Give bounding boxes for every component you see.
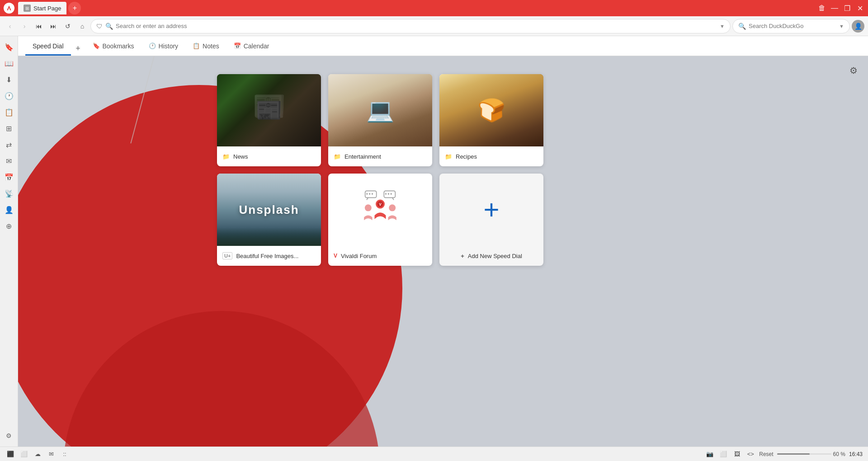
close-button[interactable]: ✕ xyxy=(855,4,864,13)
sidebar-item-calendar[interactable]: 📅 xyxy=(2,170,16,184)
sidebar-item-bookmarks[interactable]: 🔖 xyxy=(2,40,16,54)
svg-point-9 xyxy=(365,204,372,211)
minimize-button[interactable]: — xyxy=(830,4,839,13)
entertainment-label-text: Entertainment xyxy=(344,153,381,160)
speed-dial-grid: 📰 📁 News 💻 📁 xyxy=(18,56,868,266)
sidebar-item-feeds[interactable]: 📡 xyxy=(2,186,16,201)
dial-card-add-new[interactable]: + + Add New Speed Dial xyxy=(439,174,543,266)
status-camera-icon[interactable]: 📷 xyxy=(705,449,715,459)
add-new-label-text: Add New Speed Dial xyxy=(468,253,522,259)
dropdown-icon[interactable]: ▼ xyxy=(720,24,725,29)
tab-speed-dial[interactable]: Speed Dial xyxy=(25,38,71,56)
tab-navigation-bar: Speed Dial + 🔖 Bookmarks 🕐 History 📋 Not… xyxy=(18,36,868,56)
svg-point-6 xyxy=(385,193,387,194)
shield-icon: 🛡 xyxy=(96,23,103,30)
bookmarks-tab-icon: 🔖 xyxy=(93,42,100,49)
svg-point-7 xyxy=(388,193,389,194)
search-dropdown-icon[interactable]: ▼ xyxy=(839,24,844,29)
window-controls: 🗑 — ❐ ✕ xyxy=(817,4,864,13)
dial-card-entertainment[interactable]: 💻 📁 Entertainment xyxy=(328,74,432,166)
tab-area: ⊞ Start Page + xyxy=(18,2,814,14)
svg-point-10 xyxy=(389,204,396,211)
sidebar-settings-button[interactable]: ⚙ xyxy=(2,428,16,443)
new-tab-button[interactable]: + xyxy=(68,2,81,14)
active-tab[interactable]: ⊞ Start Page xyxy=(18,2,66,14)
back-button[interactable]: ‹ xyxy=(4,20,16,33)
status-icon-layout2[interactable]: ⬜ xyxy=(19,449,29,459)
zoom-slider[interactable] xyxy=(777,453,831,455)
status-code-icon[interactable]: <> xyxy=(745,449,755,459)
news-folder-icon: 📁 xyxy=(222,153,230,160)
svg-point-8 xyxy=(391,193,392,194)
dial-card-news[interactable]: 📰 📁 News xyxy=(217,74,321,166)
delete-button[interactable]: 🗑 xyxy=(817,4,826,13)
dial-card-unsplash-image: Unsplash xyxy=(217,174,321,246)
sidebar-item-history[interactable]: 🕐 xyxy=(2,89,16,103)
recipes-label-text: Recipes xyxy=(456,153,477,160)
dial-card-entertainment-label: 📁 Entertainment xyxy=(328,146,432,166)
navigation-bar: ‹ › ⏮ ⏭ ↺ ⌂ 🛡 🔍 ▼ 🔍 ▼ 👤 xyxy=(0,16,868,36)
vivaldi-forum-illustration: V xyxy=(328,174,432,246)
sidebar-item-panels[interactable]: ⊞ xyxy=(2,121,16,136)
add-new-plus-label-icon: + xyxy=(461,253,464,259)
status-icon-cloud[interactable]: ☁ xyxy=(33,449,42,459)
tab-favicon: ⊞ xyxy=(24,5,31,12)
dial-card-unsplash[interactable]: Unsplash U+ Beautiful Free Images... xyxy=(217,174,321,266)
tab-calendar[interactable]: 📅 Calendar xyxy=(226,38,277,56)
sidebar-item-add[interactable]: ⊕ xyxy=(2,219,16,233)
forum-svg: V xyxy=(358,187,403,232)
dial-card-add-new-label: + Add New Speed Dial xyxy=(455,246,528,266)
dial-card-news-label: 📁 News xyxy=(217,146,321,166)
maximize-button[interactable]: ❐ xyxy=(843,4,852,13)
tab-notes[interactable]: 📋 Notes xyxy=(185,38,226,56)
forward-button[interactable]: › xyxy=(18,20,31,33)
zoom-control: 60 % xyxy=(777,451,845,457)
sidebar-item-downloads[interactable]: ⬇ xyxy=(2,72,16,87)
reload-button[interactable]: ↺ xyxy=(61,20,74,33)
speed-dial-area: ⚙ 📰 📁 News xyxy=(18,56,868,447)
svg-text:V: V xyxy=(379,202,382,207)
profile-avatar[interactable]: 👤 xyxy=(852,20,864,33)
notes-tab-icon: 📋 xyxy=(193,42,200,49)
entertainment-folder-icon: 📁 xyxy=(334,153,341,160)
tab-history[interactable]: 🕐 History xyxy=(142,38,186,56)
main-area: 🔖 📖 ⬇ 🕐 📋 ⊞ ⇄ ✉ 📅 📡 👤 ⊕ ⚙ Speed Dial + 🔖… xyxy=(0,36,868,447)
sidebar-item-mail[interactable]: ✉ xyxy=(2,154,16,168)
unsplash-overlay-text: Unsplash xyxy=(239,203,299,217)
history-tab-icon: 🕐 xyxy=(149,42,156,49)
status-icon-mail[interactable]: ✉ xyxy=(46,449,56,459)
last-page-button[interactable]: ⏭ xyxy=(47,20,60,33)
tab-bookmarks[interactable]: 🔖 Bookmarks xyxy=(85,38,142,56)
vivaldi-logo xyxy=(4,3,14,14)
tab-title: Start Page xyxy=(33,5,61,12)
sidebar-item-notes[interactable]: 📋 xyxy=(2,105,16,119)
search-input[interactable] xyxy=(749,23,836,29)
add-new-illustration: + xyxy=(483,174,499,246)
calendar-tab-label: Calendar xyxy=(244,42,269,50)
dial-card-entertainment-image: 💻 xyxy=(328,74,432,146)
status-window-icon[interactable]: ⬜ xyxy=(718,449,728,459)
dial-card-recipes[interactable]: 🍞 📁 Recipes xyxy=(439,74,543,166)
status-bar: ⬛ ⬜ ☁ ✉ :: 📷 ⬜ 🖼 <> Reset 60 % 16:43 xyxy=(0,447,868,461)
dial-card-unsplash-label: U+ Beautiful Free Images... xyxy=(217,246,321,266)
home-button[interactable]: ⌂ xyxy=(76,20,89,33)
reset-label[interactable]: Reset xyxy=(759,451,773,457)
zoom-slider-fill xyxy=(777,453,810,455)
status-image-icon[interactable]: 🖼 xyxy=(732,449,742,459)
sidebar-item-translate[interactable]: ⇄ xyxy=(2,137,16,152)
search-bar[interactable]: 🔍 ▼ xyxy=(732,19,850,33)
address-bar[interactable]: 🛡 🔍 ▼ xyxy=(90,19,731,33)
unsplash-label-text: Beautiful Free Images... xyxy=(236,253,298,259)
dial-card-vivaldi-forum[interactable]: V V Vivaldi Forum xyxy=(328,174,432,266)
sidebar-item-contacts[interactable]: 👤 xyxy=(2,202,16,217)
status-icon-layout1[interactable]: ⬛ xyxy=(5,449,15,459)
history-tab-label: History xyxy=(159,42,179,50)
notes-tab-label: Notes xyxy=(203,42,219,50)
dial-card-recipes-label: 📁 Recipes xyxy=(439,146,543,166)
tab-add-button[interactable]: + xyxy=(71,41,85,56)
address-input[interactable] xyxy=(116,23,717,29)
sidebar-item-reading-list[interactable]: 📖 xyxy=(2,56,16,71)
status-icon-grid[interactable]: :: xyxy=(60,449,70,459)
first-page-button[interactable]: ⏮ xyxy=(33,20,45,33)
recipes-folder-icon: 📁 xyxy=(445,153,452,160)
